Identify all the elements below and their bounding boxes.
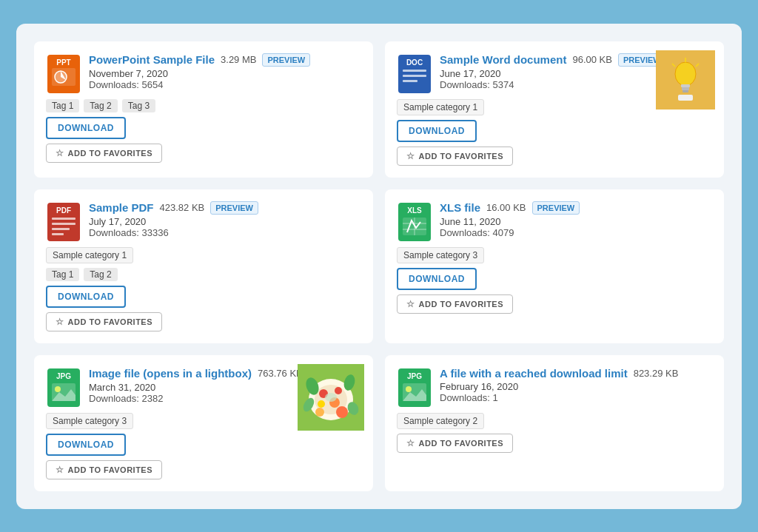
file-size: 3.29 MB	[221, 54, 256, 65]
download-button[interactable]: DOWNLOAD	[46, 286, 126, 308]
file-size: 823.29 KB	[634, 368, 679, 379]
favorites-button-wrapper: ☆ ADD TO FAVORITES	[397, 294, 712, 314]
svg-rect-22	[52, 228, 70, 230]
tag: Tag 3	[122, 99, 155, 112]
svg-point-5	[675, 62, 696, 86]
svg-point-42	[336, 406, 348, 418]
svg-rect-12	[678, 95, 693, 101]
add-to-favorites-button[interactable]: ☆ ADD TO FAVORITES	[397, 294, 513, 314]
preview-badge[interactable]: PREVIEW	[210, 201, 258, 215]
file-title[interactable]: Image file (opens in a lightbox)	[89, 367, 252, 380]
download-button[interactable]: DOWNLOAD	[397, 268, 477, 290]
card-header-content: PowerPoint Sample File 3.29 MB PREVIEW N…	[89, 53, 361, 90]
card-header: XLS XLS file 16.00 KB PREVIEW June 11, 2…	[397, 201, 712, 243]
file-title[interactable]: PowerPoint Sample File	[89, 53, 215, 66]
title-row: XLS file 16.00 KB PREVIEW	[440, 201, 712, 215]
svg-rect-20	[52, 218, 76, 220]
file-card-pdf-file: PDF Sample PDF 423.82 KB PREVIEW July 17…	[34, 189, 373, 343]
title-row: Sample PDF 423.82 KB PREVIEW	[89, 201, 361, 215]
add-to-favorites-button[interactable]: ☆ ADD TO FAVORITES	[46, 144, 162, 163]
add-to-favorites-button[interactable]: ☆ ADD TO FAVORITES	[46, 312, 162, 331]
favorites-label: ADD TO FAVORITES	[419, 300, 504, 309]
card-header-content: XLS file 16.00 KB PREVIEW June 11, 2020 …	[440, 201, 712, 238]
preview-badge[interactable]: PREVIEW	[532, 201, 580, 215]
file-title[interactable]: XLS file	[440, 201, 480, 214]
file-date: June 11, 2020	[440, 216, 712, 227]
svg-point-34	[335, 387, 342, 394]
favorites-label: ADD TO FAVORITES	[419, 152, 504, 161]
svg-text:JPG: JPG	[56, 372, 71, 380]
download-button[interactable]: DOWNLOAD	[397, 120, 477, 142]
file-card-image-file: JPG Image file (opens in a lightbox) 763…	[34, 355, 373, 491]
svg-point-36	[318, 400, 325, 408]
file-icon: PDF	[46, 201, 81, 243]
svg-text:JPG: JPG	[407, 372, 422, 380]
card-header: PPT PowerPoint Sample File 3.29 MB PREVI…	[46, 53, 361, 95]
add-to-favorites-button[interactable]: ☆ ADD TO FAVORITES	[46, 460, 162, 479]
favorites-label: ADD TO FAVORITES	[419, 439, 504, 448]
file-card-ppt-file: PPT PowerPoint Sample File 3.29 MB PREVI…	[34, 41, 373, 178]
svg-rect-23	[52, 233, 64, 235]
download-button[interactable]: DOWNLOAD	[46, 434, 126, 456]
file-icon: PPT	[46, 53, 81, 95]
file-card-word-file: DOC Sample Word document 96.00 KB PREVIE…	[385, 41, 724, 178]
file-date: November 7, 2020	[89, 68, 361, 79]
thumbnail-image	[656, 50, 715, 110]
favorites-button-wrapper: ☆ ADD TO FAVORITES	[46, 144, 361, 163]
add-to-favorites-button[interactable]: ☆ ADD TO FAVORITES	[397, 147, 513, 166]
svg-rect-21	[52, 223, 76, 225]
file-grid: PPT PowerPoint Sample File 3.29 MB PREVI…	[16, 24, 742, 509]
file-icon: JPG	[397, 367, 432, 408]
star-icon: ☆	[56, 465, 64, 475]
star-icon: ☆	[56, 148, 64, 158]
preview-badge[interactable]: PREVIEW	[262, 53, 310, 67]
title-row: A file with a reached download limit 823…	[440, 367, 712, 380]
title-row: PowerPoint Sample File 3.29 MB PREVIEW	[89, 53, 361, 67]
svg-rect-7	[682, 87, 689, 90]
category-badge: Sample category 1	[46, 247, 361, 263]
svg-text:PPT: PPT	[56, 58, 70, 67]
file-icon: DOC	[397, 53, 432, 95]
favorites-button-wrapper: ☆ ADD TO FAVORITES	[46, 312, 361, 331]
file-icon: JPG	[46, 367, 81, 408]
svg-point-43	[315, 408, 324, 417]
svg-rect-6	[681, 84, 690, 87]
downloads-count: Downloads: 33336	[89, 227, 361, 238]
file-card-limit-file: JPG A file with a reached download limit…	[385, 355, 724, 491]
star-icon: ☆	[406, 438, 415, 448]
category-badge: Sample category 2	[397, 413, 712, 429]
favorites-button-wrapper: ☆ ADD TO FAVORITES	[397, 147, 712, 166]
file-title[interactable]: A file with a reached download limit	[440, 367, 628, 380]
file-size: 423.82 KB	[160, 202, 205, 213]
svg-rect-8	[682, 90, 688, 92]
file-title[interactable]: Sample Word document	[440, 53, 566, 66]
tag: Tag 2	[84, 99, 117, 112]
file-date: February 16, 2020	[440, 381, 712, 392]
tag: Tag 2	[84, 268, 117, 281]
file-title[interactable]: Sample PDF	[89, 201, 154, 214]
downloads-count: Downloads: 4079	[440, 227, 712, 238]
file-icon: XLS	[397, 201, 432, 243]
card-header: JPG A file with a reached download limit…	[397, 367, 712, 408]
star-icon: ☆	[56, 317, 64, 327]
favorites-label: ADD TO FAVORITES	[68, 465, 153, 474]
star-icon: ☆	[406, 299, 415, 309]
file-card-xls-file: XLS XLS file 16.00 KB PREVIEW June 11, 2…	[385, 189, 724, 343]
file-size: 16.00 KB	[486, 202, 526, 213]
svg-point-51	[406, 386, 412, 392]
svg-point-37	[325, 393, 337, 402]
tags-row: Tag 1Tag 2	[46, 268, 361, 281]
favorites-label: ADD TO FAVORITES	[68, 149, 153, 158]
tag: Tag 1	[46, 268, 79, 281]
svg-point-47	[55, 386, 61, 392]
downloads-count: Downloads: 1	[440, 392, 712, 403]
file-size: 763.76 KB	[258, 368, 303, 379]
favorites-button-wrapper: ☆ ADD TO FAVORITES	[46, 460, 361, 479]
svg-text:XLS: XLS	[407, 206, 422, 215]
card-header-content: Sample PDF 423.82 KB PREVIEW July 17, 20…	[89, 201, 361, 238]
card-header: PDF Sample PDF 423.82 KB PREVIEW July 17…	[46, 201, 361, 243]
download-button[interactable]: DOWNLOAD	[46, 117, 126, 139]
favorites-button-wrapper: ☆ ADD TO FAVORITES	[397, 434, 712, 453]
add-to-favorites-button[interactable]: ☆ ADD TO FAVORITES	[397, 434, 513, 453]
file-size: 96.00 KB	[572, 54, 612, 65]
